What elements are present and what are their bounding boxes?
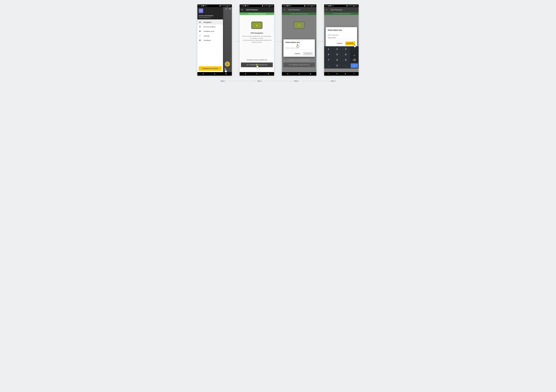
drawer-item-label: Navigation xyxy=(204,21,211,23)
status-bar: 5:28 ▣ 💬 ✪ ⓕ · ⏰ ⚲ ⵉ ❤ ▼◢ ▮ 24% xyxy=(282,4,316,7)
app-bar-title: Get Premium xyxy=(288,9,300,11)
status-bar: 5:28 ▣ 💬 ✪ ⓕ · ⏰ ⚲ ⵉ ❤ ▼◢ ▮ 24% xyxy=(324,4,359,7)
screen-step-4: 5:28 ▣ 💬 ✪ ⓕ · ⏰ ⚲ ⵉ ❤ ▼◢ ▮ 24% Get Prem… xyxy=(324,4,359,76)
premium-illustration xyxy=(251,22,263,29)
status-battery: 24% xyxy=(313,5,316,7)
numeric-keypad: 1 2 3 - 4 5 6 ␣ 7 8 9 ⌫ , 0 . ✓ xyxy=(324,46,359,69)
nav-home-icon[interactable] xyxy=(298,73,300,75)
get-subscription-button[interactable]: GET PREMIUM SUBSCRIPTION xyxy=(241,63,273,67)
license-key-link: I ALREADY HAVE LICENSE KEY xyxy=(283,59,315,61)
svg-rect-0 xyxy=(199,26,201,26)
status-icons-left: ▣ 💬 ✪ ⓕ · xyxy=(201,5,208,7)
status-icons-left: ▣ 💬 ✪ ⓕ · xyxy=(286,5,292,7)
android-nav-bar xyxy=(240,72,274,76)
record-icon xyxy=(199,26,201,28)
key-9[interactable]: 9 xyxy=(341,57,350,63)
android-nav-bar xyxy=(282,72,316,76)
status-time: 5:27 xyxy=(198,5,201,7)
svg-rect-16 xyxy=(345,73,346,74)
status-time: 5:28 xyxy=(240,5,243,7)
key-2[interactable]: 2 xyxy=(333,46,341,52)
fab-add[interactable]: + xyxy=(225,61,230,67)
layers-icon[interactable] xyxy=(229,8,231,10)
key-comma[interactable]: , xyxy=(324,63,333,69)
nav-home-icon[interactable] xyxy=(214,73,215,75)
help-icon: ? xyxy=(199,39,201,41)
nav-keyboard-icon[interactable] xyxy=(353,73,355,75)
drawer-item-settings[interactable]: Settings xyxy=(197,34,223,38)
nav-recent-icon[interactable] xyxy=(310,73,311,75)
cancel-button[interactable]: CANCEL xyxy=(293,52,302,56)
nav-recent-icon[interactable] xyxy=(225,73,227,75)
key-backspace[interactable]: ⌫ xyxy=(350,57,359,63)
svg-rect-10 xyxy=(268,73,269,74)
status-icons-right: ⏰ ⚲ ⵉ ❤ ▼◢ ▮ xyxy=(219,5,228,7)
key-done[interactable]: ✓ xyxy=(351,63,358,68)
drawer-item-navigation[interactable]: Navigation xyxy=(197,20,223,24)
arrow-icon: ▸ xyxy=(234,40,239,42)
app-bar-title: Get Premium xyxy=(331,9,342,11)
nav-recent-icon[interactable] xyxy=(268,73,269,75)
app-bar: Get Premium xyxy=(324,7,359,12)
nav-down-icon[interactable] xyxy=(328,73,329,75)
nav-drawer: DD Dmitriy Demchenko 3ddemkin@gmail.com … xyxy=(197,7,223,72)
status-battery: 24% xyxy=(229,5,231,7)
license-key-input[interactable]: 1111-1111 xyxy=(328,36,355,39)
key-8[interactable]: 8 xyxy=(333,57,341,63)
drawer-item-store[interactable]: FieldBee store xyxy=(197,29,223,34)
license-key-link[interactable]: I ALREADY HAVE LICENSE KEY xyxy=(241,59,273,61)
premium-desc-2: + All your data will be automatically co… xyxy=(240,39,274,43)
activate-button: ACTIVATE xyxy=(303,52,313,56)
back-arrow-icon[interactable] xyxy=(241,9,243,11)
upgrade-account-button[interactable]: UPGRADE MY ACCOUNT xyxy=(199,66,222,71)
ruler-icon[interactable] xyxy=(225,8,227,10)
screen-step-3: 5:28 ▣ 💬 ✪ ⓕ · ⏰ ⚲ ⵉ ❤ ▼◢ ▮ 24% Get Prem… xyxy=(282,4,316,76)
nav-home-icon[interactable] xyxy=(256,73,258,75)
nav-back-icon[interactable] xyxy=(287,73,288,75)
drawer-item-record[interactable]: Record keeping xyxy=(197,24,223,29)
get-subscription-button: GET PREMIUM SUBSCRIPTION xyxy=(283,63,315,67)
key-5[interactable]: 5 xyxy=(333,52,341,57)
premium-desc-1: Drive in a field in parallel lines. No m… xyxy=(240,35,274,39)
key-period[interactable]: . xyxy=(341,63,350,69)
drawer-user-email: 3ddemkin@gmail.com xyxy=(199,17,222,18)
key-7[interactable]: 7 xyxy=(324,57,333,63)
store-icon xyxy=(199,30,201,32)
status-icons-right: ⏰ ⚲ ⵉ ❤ ▼◢ ▮ xyxy=(262,5,270,7)
key-4[interactable]: 4 xyxy=(324,52,333,57)
svg-rect-22 xyxy=(354,74,354,74)
license-key-input[interactable]: Enter License key xyxy=(286,47,313,49)
drawer-user-name: Dmitriy Demchenko xyxy=(199,15,222,16)
app-bar-title: Get Premium xyxy=(246,9,258,11)
key-space[interactable]: ␣ xyxy=(350,52,359,57)
key-dash[interactable]: - xyxy=(350,46,359,52)
status-battery: 24% xyxy=(271,5,273,7)
key-1[interactable]: 1 xyxy=(324,46,333,52)
nav-home-icon[interactable] xyxy=(336,73,338,75)
back-arrow-icon[interactable] xyxy=(326,9,328,11)
key-3[interactable]: 3 xyxy=(341,46,350,52)
upgrade-label: UPGRADE MY ACCOUNT xyxy=(202,68,218,69)
premium-banner: Premium activated 356 days left xyxy=(282,12,316,15)
cancel-button[interactable]: CANCEL xyxy=(335,41,344,45)
svg-rect-7 xyxy=(226,73,226,74)
drawer-item-label: Settings xyxy=(204,35,210,37)
dialog-title: Subscription key xyxy=(328,29,355,31)
nav-recent-icon[interactable] xyxy=(345,73,346,75)
svg-rect-17 xyxy=(354,73,355,74)
subscription-key-dialog: Subscription key Enter License key 1111-… xyxy=(326,27,357,46)
nav-back-icon[interactable] xyxy=(245,73,246,75)
status-icons-right: ⏰ ⚲ ⵉ ❤ ▼◢ ▮ xyxy=(346,5,355,7)
key-6[interactable]: 6 xyxy=(341,52,350,57)
drawer-item-label: FieldBee store xyxy=(204,30,214,32)
drawer-item-feedback[interactable]: ? Feedback xyxy=(197,38,223,42)
key-0[interactable]: 0 xyxy=(333,63,341,69)
step-label-4: Step 4 xyxy=(331,80,335,82)
android-nav-bar xyxy=(324,72,359,76)
step-label-1: Step 1 xyxy=(221,80,225,82)
activate-button[interactable]: ACTIVATE xyxy=(345,41,355,45)
avatar[interactable]: DD xyxy=(199,8,203,13)
status-bar: 5:27 ▣ 💬 ✪ ⓕ · ⏰ ⚲ ⵉ ❤ ▼◢ ▮ 24% xyxy=(197,4,232,7)
back-arrow-icon[interactable] xyxy=(284,9,286,11)
nav-back-icon[interactable] xyxy=(202,73,204,75)
